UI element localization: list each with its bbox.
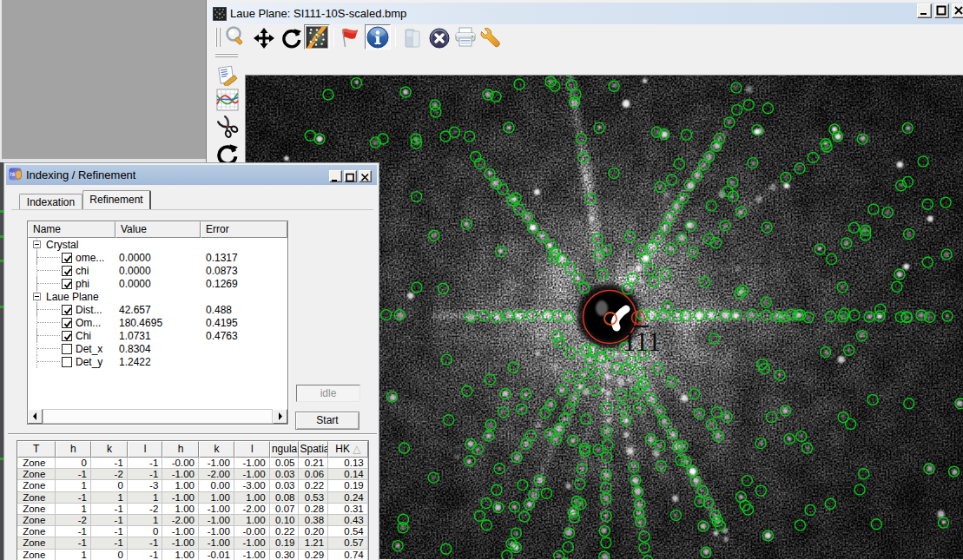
svg-text:111: 111 [623,326,661,357]
